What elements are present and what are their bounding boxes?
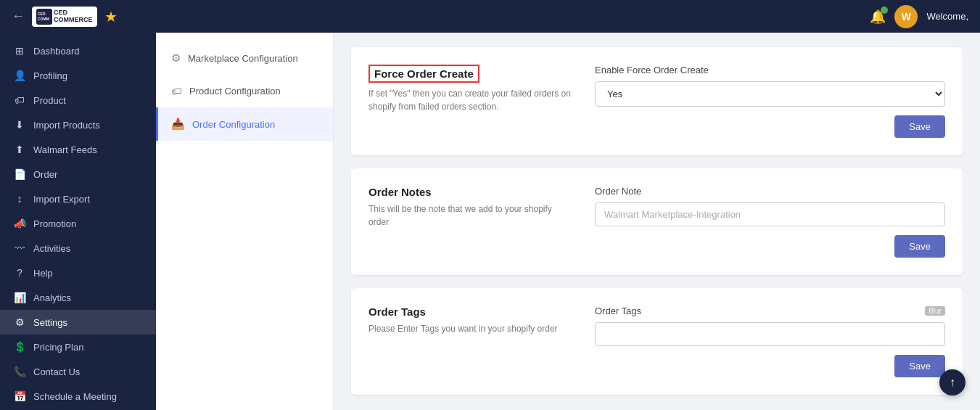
help-icon: ? — [13, 267, 26, 279]
sidebar: ⊞ Dashboard 👤 Profiling 🏷 Product ⬇ Impo… — [0, 33, 156, 410]
sidebar-item-order[interactable]: 📄 Order — [0, 162, 156, 186]
settings-icon: ⚙ — [13, 316, 26, 328]
card-right: Order Note Save — [595, 186, 945, 258]
sidebar-item-label: Profiling — [33, 70, 67, 81]
sub-navigation: ⚙ Marketplace Configuration 🏷 Product Co… — [156, 33, 334, 410]
pricing-plan-icon: 💲 — [13, 341, 26, 353]
top-nav-right: 🔔 W Welcome, — [870, 5, 968, 28]
sidebar-item-analytics[interactable]: 📊 Analytics — [0, 285, 156, 310]
sidebar-item-profiling[interactable]: 👤 Profiling — [0, 63, 156, 88]
blur-badge: Blur — [925, 306, 945, 316]
notifications-button[interactable]: 🔔 — [870, 9, 886, 25]
sidebar-item-help[interactable]: ? Help — [0, 261, 156, 285]
order-notes-card: Order Notes This will be the note that w… — [351, 168, 963, 275]
order-note-input[interactable] — [595, 202, 945, 226]
enable-force-order-label: Enable Force Order Create — [595, 65, 945, 75]
sidebar-item-label: Activities — [33, 243, 70, 254]
walmart-feeds-icon: ⬆ — [13, 144, 26, 155]
contact-us-icon: 📞 — [13, 366, 26, 377]
order-note-field-label: Order Note — [595, 186, 945, 197]
sidebar-item-dashboard[interactable]: ⊞ Dashboard — [0, 38, 156, 63]
order-tags-card: Order Tags Please Enter Tags you want in… — [351, 288, 963, 395]
sidebar-item-label: Pricing Plan — [33, 342, 83, 353]
sidebar-item-label: Dashboard — [33, 46, 80, 57]
subnav-item-label: Order Configuration — [192, 119, 275, 130]
order-tags-field-label: Order Tags — [595, 306, 641, 316]
profiling-icon: 👤 — [13, 70, 26, 81]
welcome-text: Welcome, — [926, 11, 968, 22]
force-order-create-card: Force Order Create If set "Yes" then you… — [351, 47, 963, 155]
subnav-item-label: Marketplace Configuration — [188, 53, 298, 64]
card-right: Enable Force Order Create Yes No Save — [595, 65, 945, 138]
card-inner: Order Notes This will be the note that w… — [368, 186, 945, 258]
sidebar-item-activities[interactable]: 〰 Activities — [0, 236, 156, 261]
subnav-item-label: Product Configuration — [189, 86, 281, 97]
card-inner: Order Tags Please Enter Tags you want in… — [368, 306, 945, 377]
sidebar-item-import-products[interactable]: ⬇ Import Products — [0, 112, 156, 137]
sidebar-item-settings[interactable]: ⚙ Settings — [0, 310, 156, 335]
sidebar-item-label: Order — [33, 169, 57, 180]
enable-force-order-select[interactable]: Yes No — [595, 81, 945, 107]
promotion-icon: 📣 — [13, 218, 26, 229]
sidebar-item-label: Help — [33, 268, 53, 279]
marketplace-config-icon: ⚙ — [171, 52, 181, 65]
product-config-icon: 🏷 — [171, 85, 182, 97]
logo: CED COMM CED COMMERCE — [32, 7, 97, 27]
order-notes-desc: This will be the note that we add to you… — [368, 202, 572, 229]
order-tags-desc: Please Enter Tags you want in your shopi… — [368, 322, 572, 335]
ced-logo-icon: CED COMM — [36, 9, 52, 25]
sidebar-item-import-export[interactable]: ↕ Import Export — [0, 186, 156, 211]
navigate-up-button[interactable]: ↑ — [939, 369, 965, 395]
schedule-meeting-icon: 📅 — [13, 390, 26, 402]
card-left: Order Tags Please Enter Tags you want in… — [368, 306, 572, 377]
card-left: Force Order Create If set "Yes" then you… — [368, 65, 572, 138]
svg-text:CED: CED — [38, 12, 46, 16]
force-order-create-desc: If set "Yes" then you can create your fa… — [368, 87, 572, 113]
order-tags-input[interactable] — [595, 322, 945, 346]
main-content: Force Order Create If set "Yes" then you… — [334, 33, 980, 410]
order-icon: 📄 — [13, 168, 26, 180]
sidebar-item-label: Analytics — [33, 292, 71, 303]
order-config-icon: 📥 — [171, 118, 185, 131]
sidebar-item-label: Contact Us — [33, 366, 80, 377]
card-left: Order Notes This will be the note that w… — [368, 186, 572, 258]
import-export-icon: ↕ — [13, 193, 26, 205]
force-order-create-title: Force Order Create — [368, 65, 479, 83]
force-order-save-button[interactable]: Save — [894, 115, 945, 138]
top-nav-left: ← CED COMM CED COMMERCE ★ — [12, 7, 118, 27]
notification-badge — [881, 7, 888, 14]
card-inner: Force Order Create If set "Yes" then you… — [368, 65, 945, 138]
order-tags-title: Order Tags — [368, 306, 572, 318]
main-layout: ⊞ Dashboard 👤 Profiling 🏷 Product ⬇ Impo… — [0, 33, 980, 410]
dashboard-icon: ⊞ — [13, 45, 26, 57]
sidebar-item-label: Promotion — [33, 218, 76, 229]
sidebar-item-schedule-meeting[interactable]: 📅 Schedule a Meeting — [0, 384, 156, 409]
card-right: Order Tags Blur Save — [595, 306, 945, 377]
analytics-icon: 📊 — [13, 292, 26, 303]
subnav-item-order-config[interactable]: 📥 Order Configuration — [156, 107, 333, 141]
import-products-icon: ⬇ — [13, 119, 26, 131]
sidebar-item-product[interactable]: 🏷 Product — [0, 88, 156, 112]
top-navigation: ← CED COMM CED COMMERCE ★ 🔔 W Welcome, — [0, 0, 980, 33]
activities-icon: 〰 — [13, 242, 26, 254]
order-tags-save-button[interactable]: Save — [894, 355, 945, 377]
order-notes-title: Order Notes — [368, 186, 572, 198]
sidebar-item-label: Import Export — [33, 194, 90, 205]
order-notes-save-button[interactable]: Save — [894, 235, 945, 258]
sidebar-item-label: Walmart Feeds — [33, 144, 97, 155]
back-button[interactable]: ← — [12, 9, 25, 24]
sidebar-item-label: Settings — [33, 317, 67, 328]
svg-text:COMM: COMM — [38, 17, 49, 21]
subnav-item-product-config[interactable]: 🏷 Product Configuration — [156, 75, 333, 107]
sidebar-item-walmart-feeds[interactable]: ⬆ Walmart Feeds — [0, 137, 156, 162]
walmart-logo-icon: ★ — [104, 8, 118, 25]
sidebar-item-label: Schedule a Meeting — [33, 391, 117, 402]
sidebar-item-pricing-plan[interactable]: 💲 Pricing Plan — [0, 335, 156, 359]
sidebar-item-label: Import Products — [33, 120, 100, 131]
sidebar-item-contact-us[interactable]: 📞 Contact Us — [0, 359, 156, 384]
sidebar-item-promotion[interactable]: 📣 Promotion — [0, 211, 156, 236]
sidebar-item-label: Product — [33, 95, 66, 106]
subnav-item-marketplace-config[interactable]: ⚙ Marketplace Configuration — [156, 41, 333, 75]
logo-text: CED COMMERCE — [54, 9, 93, 24]
product-icon: 🏷 — [13, 94, 26, 106]
